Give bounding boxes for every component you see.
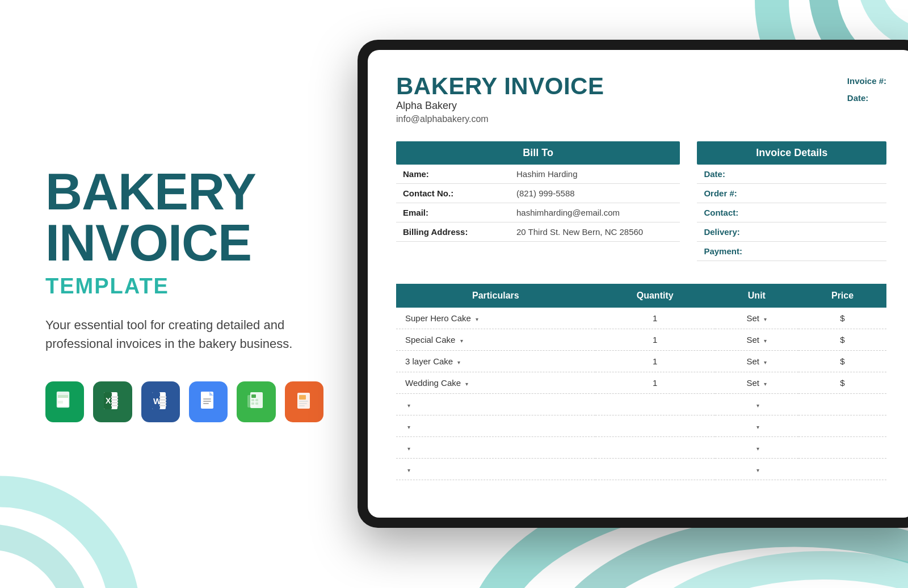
main-title-line2: INVOICE bbox=[45, 217, 323, 268]
svg-rect-20 bbox=[58, 401, 63, 404]
contact-no-label: Contact: bbox=[697, 203, 810, 222]
table-row: Wedding Cake ▾ 1 Set ▾ $ bbox=[396, 372, 886, 394]
quantity-cell bbox=[595, 437, 715, 459]
name-value: Hashim Harding bbox=[510, 165, 680, 184]
svg-point-5 bbox=[630, 565, 908, 588]
svg-rect-51 bbox=[299, 395, 306, 400]
price-cell: $ bbox=[798, 329, 886, 351]
price-header: Price bbox=[798, 284, 886, 308]
bill-to-section: Bill To Name: Hashim Harding Contact No.… bbox=[396, 141, 680, 272]
invoice-title: BAKERY INVOICE bbox=[396, 73, 604, 100]
price-cell bbox=[798, 394, 886, 415]
unit-cell: Set ▾ bbox=[715, 329, 798, 351]
bakery-email: info@alphabakery.com bbox=[396, 114, 604, 124]
quantity-cell: 1 bbox=[595, 351, 715, 372]
unit-cell: Set ▾ bbox=[715, 372, 798, 394]
particular-cell: Wedding Cake ▾ bbox=[396, 372, 595, 394]
svg-rect-17 bbox=[63, 395, 68, 398]
unit-cell: ▾ bbox=[715, 394, 798, 415]
particular-cell: ▾ bbox=[396, 415, 595, 437]
payment-value bbox=[810, 242, 886, 261]
svg-rect-18 bbox=[58, 398, 63, 401]
pages-icon bbox=[285, 381, 323, 422]
svg-rect-39 bbox=[201, 392, 209, 396]
unit-header: Unit bbox=[715, 284, 798, 308]
table-row: Delivery: bbox=[697, 222, 886, 242]
svg-rect-16 bbox=[58, 395, 63, 398]
price-cell: $ bbox=[798, 308, 886, 329]
order-label: Order #: bbox=[697, 184, 810, 203]
svg-rect-29 bbox=[111, 405, 118, 406]
app-icons-row: X W bbox=[45, 381, 323, 422]
svg-rect-33 bbox=[159, 396, 166, 398]
svg-rect-41 bbox=[203, 401, 211, 402]
table-row: Contact: bbox=[697, 203, 886, 222]
tablet-device: BAKERY INVOICE Alpha Bakery info@alphaba… bbox=[358, 40, 908, 528]
google-docs-icon bbox=[189, 381, 228, 422]
invoice-left-header: BAKERY INVOICE Alpha Bakery info@alphaba… bbox=[396, 73, 604, 136]
numbers-icon bbox=[237, 381, 275, 422]
svg-rect-28 bbox=[111, 402, 118, 404]
main-description: Your essential tool for creating detaile… bbox=[45, 316, 318, 353]
invoice-number-label: Invoice #: bbox=[847, 76, 886, 86]
svg-point-4 bbox=[556, 531, 908, 588]
unit-cell: ▾ bbox=[715, 459, 798, 480]
svg-rect-27 bbox=[111, 399, 118, 401]
google-sheets-icon bbox=[45, 381, 84, 422]
quantity-cell bbox=[595, 459, 715, 480]
table-row: Order #: bbox=[697, 184, 886, 203]
invoice-meta-right: Invoice #: Date: bbox=[847, 73, 886, 107]
payment-label: Payment: bbox=[697, 242, 810, 261]
quantity-cell: 1 bbox=[595, 372, 715, 394]
invoice-details-header: Invoice Details bbox=[697, 141, 886, 165]
excel-icon: X bbox=[93, 381, 132, 422]
svg-rect-48 bbox=[251, 402, 254, 405]
quantity-cell bbox=[595, 394, 715, 415]
unit-cell: ▾ bbox=[715, 415, 798, 437]
tablet-frame: BAKERY INVOICE Alpha Bakery info@alphaba… bbox=[358, 40, 908, 528]
quantity-header: Quantity bbox=[595, 284, 715, 308]
particular-cell: Super Hero Cake ▾ bbox=[396, 308, 595, 329]
unit-cell: Set ▾ bbox=[715, 308, 798, 329]
date-issued-value bbox=[810, 165, 886, 184]
table-header-row: Particulars Quantity Unit Price bbox=[396, 284, 886, 308]
info-section: Bill To Name: Hashim Harding Contact No.… bbox=[396, 141, 886, 272]
price-cell: $ bbox=[798, 372, 886, 394]
svg-rect-45 bbox=[251, 394, 256, 398]
particular-cell: Special Cake ▾ bbox=[396, 329, 595, 351]
price-cell: $ bbox=[798, 351, 886, 372]
email-value: hashimharding@email.com bbox=[510, 203, 680, 222]
svg-rect-35 bbox=[159, 402, 166, 404]
table-row: Date: bbox=[697, 165, 886, 184]
word-icon: W bbox=[141, 381, 180, 422]
svg-rect-46 bbox=[251, 399, 254, 401]
date-issued-label: Date: bbox=[697, 165, 810, 184]
svg-rect-42 bbox=[203, 403, 209, 404]
table-row: Contact No.: (821) 999-5588 bbox=[396, 184, 680, 203]
svg-point-2 bbox=[868, 0, 908, 40]
contact-no-value bbox=[810, 203, 886, 222]
order-value bbox=[810, 184, 886, 203]
unit-cell: Set ▾ bbox=[715, 351, 798, 372]
table-row: 3 layer Cake ▾ 1 Set ▾ $ bbox=[396, 351, 886, 372]
table-row: Email: hashimharding@email.com bbox=[396, 203, 680, 222]
svg-rect-49 bbox=[255, 402, 258, 405]
price-cell bbox=[798, 459, 886, 480]
table-row: Special Cake ▾ 1 Set ▾ $ bbox=[396, 329, 886, 351]
bill-to-header: Bill To bbox=[396, 141, 680, 165]
table-row: ▾ ▾ bbox=[396, 437, 886, 459]
particular-cell: 3 layer Cake ▾ bbox=[396, 351, 595, 372]
bakery-name: Alpha Bakery bbox=[396, 100, 604, 112]
table-row: Name: Hashim Harding bbox=[396, 165, 680, 184]
email-label: Email: bbox=[396, 203, 510, 222]
tablet-screen: BAKERY INVOICE Alpha Bakery info@alphaba… bbox=[368, 50, 908, 518]
quantity-cell bbox=[595, 415, 715, 437]
quantity-cell: 1 bbox=[595, 308, 715, 329]
unit-cell: ▾ bbox=[715, 437, 798, 459]
svg-rect-26 bbox=[111, 396, 118, 398]
bill-to-table: Name: Hashim Harding Contact No.: (821) … bbox=[396, 165, 680, 242]
svg-text:X: X bbox=[106, 396, 111, 405]
table-row: ▾ ▾ bbox=[396, 415, 886, 437]
table-row: ▾ ▾ bbox=[396, 394, 886, 415]
svg-rect-47 bbox=[255, 399, 258, 401]
